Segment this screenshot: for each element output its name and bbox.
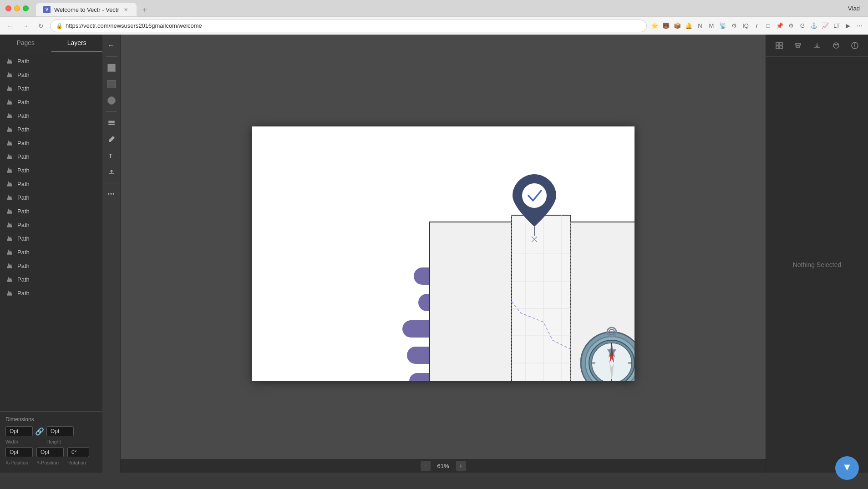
layer-item[interactable]: Path bbox=[0, 272, 102, 286]
layer-item[interactable]: Path bbox=[0, 95, 102, 109]
ext-icon-6[interactable]: 📡 bbox=[718, 21, 728, 31]
ext-icon-1[interactable]: 🐻 bbox=[661, 21, 671, 31]
minimize-button[interactable] bbox=[14, 5, 20, 11]
layer-item[interactable]: Path bbox=[0, 191, 102, 204]
ext-icon-17[interactable]: ▶ bbox=[843, 21, 853, 31]
layer-label: Path bbox=[17, 58, 30, 65]
square-color-swatch bbox=[107, 64, 116, 72]
ext-icon-10[interactable]: □ bbox=[763, 21, 773, 31]
ext-icon-16[interactable]: LT bbox=[832, 21, 842, 31]
x-position-input[interactable] bbox=[5, 447, 33, 457]
layer-list: Path Path Path Path bbox=[0, 52, 102, 411]
layer-item[interactable]: Path bbox=[0, 218, 102, 232]
tool-separator-2 bbox=[106, 111, 117, 112]
layer-item[interactable]: Path bbox=[0, 81, 102, 95]
lock-icon[interactable]: 🔗 bbox=[36, 428, 43, 434]
layer-item[interactable]: Path bbox=[0, 122, 102, 136]
layer-item[interactable]: Path bbox=[0, 136, 102, 150]
svg-point-51 bbox=[835, 44, 836, 45]
circle-swatch-tool[interactable] bbox=[104, 93, 119, 108]
layer-item[interactable]: Path bbox=[0, 68, 102, 81]
vectr-logo-button[interactable] bbox=[835, 456, 859, 480]
layer-path-icon bbox=[5, 289, 14, 297]
ext-icon-5[interactable]: M bbox=[706, 21, 716, 31]
canvas-area[interactable]: − 61% + bbox=[121, 35, 766, 473]
layer-item[interactable]: Path bbox=[0, 232, 102, 245]
square-color-swatch-2 bbox=[107, 80, 116, 88]
layer-item[interactable]: Path bbox=[0, 163, 102, 177]
layer-item[interactable]: Path bbox=[0, 177, 102, 191]
pages-tab[interactable]: Pages bbox=[0, 35, 51, 52]
back-button[interactable]: ← bbox=[104, 38, 119, 53]
bookmark-star-icon[interactable]: ⭐ bbox=[650, 21, 660, 31]
ext-icon-2[interactable]: 📦 bbox=[672, 21, 682, 31]
x-position-label: X-Position bbox=[5, 460, 33, 465]
layer-item[interactable]: Path bbox=[0, 204, 102, 218]
left-sidebar: Pages Layers Path Path bbox=[0, 35, 102, 473]
sidebar-tabs: Pages Layers bbox=[0, 35, 102, 52]
svg-point-55 bbox=[854, 44, 855, 44]
ext-icon-3[interactable]: 🔔 bbox=[684, 21, 694, 31]
svg-rect-1 bbox=[108, 122, 115, 123]
layer-path-icon bbox=[5, 125, 14, 133]
svg-point-50 bbox=[833, 43, 839, 48]
text-tool[interactable]: T bbox=[104, 148, 119, 163]
reload-button[interactable]: ↻ bbox=[35, 20, 47, 32]
width-input[interactable] bbox=[5, 426, 33, 436]
forward-nav-button[interactable]: → bbox=[19, 20, 32, 32]
layer-label: Path bbox=[17, 290, 30, 297]
layer-label: Path bbox=[17, 71, 30, 78]
ext-icon-13[interactable]: G bbox=[797, 21, 807, 31]
color-palette-icon[interactable] bbox=[829, 38, 843, 53]
layers-tab[interactable]: Layers bbox=[51, 35, 103, 52]
active-tab[interactable]: V Welcome to Vectr - Vectr ✕ bbox=[36, 3, 137, 16]
close-button[interactable] bbox=[5, 5, 11, 11]
rotation-input[interactable] bbox=[67, 447, 89, 457]
ext-icon-14[interactable]: ⚓ bbox=[809, 21, 819, 31]
layer-item[interactable]: Path bbox=[0, 109, 102, 122]
toolstrip: ← T ••• bbox=[102, 35, 121, 473]
layers-tool[interactable] bbox=[104, 116, 119, 130]
address-bar: ← → ↻ 🔒 https://vectr.com/newsusers2016g… bbox=[0, 16, 868, 35]
layer-label: Path bbox=[17, 167, 30, 174]
ext-icon-18[interactable]: ⋯ bbox=[854, 21, 864, 31]
back-nav-button[interactable]: ← bbox=[4, 20, 16, 32]
url-field[interactable]: 🔒 https://vectr.com/newsusers2016gmailco… bbox=[50, 20, 647, 32]
height-input[interactable] bbox=[46, 426, 74, 436]
layer-item[interactable]: Path bbox=[0, 286, 102, 300]
properties-icon[interactable] bbox=[772, 38, 787, 53]
svg-point-52 bbox=[837, 44, 838, 45]
layer-item[interactable]: Path bbox=[0, 259, 102, 272]
y-position-label: Y-Position bbox=[36, 460, 64, 465]
upload-tool[interactable] bbox=[104, 165, 119, 179]
layer-item[interactable]: Path bbox=[0, 150, 102, 163]
ext-icon-15[interactable]: 📈 bbox=[820, 21, 830, 31]
layer-path-icon bbox=[5, 180, 14, 188]
svg-rect-49 bbox=[796, 46, 800, 47]
width-height-row: 🔗 bbox=[5, 426, 97, 436]
map-illustration bbox=[252, 126, 635, 381]
ext-icon-11[interactable]: 📌 bbox=[775, 21, 785, 31]
zoom-in-button[interactable]: + bbox=[456, 461, 466, 471]
ext-icon-12[interactable]: ⚙ bbox=[786, 21, 796, 31]
align-icon[interactable] bbox=[791, 38, 805, 53]
layer-label: Path bbox=[17, 194, 30, 201]
layer-item[interactable]: Path bbox=[0, 245, 102, 259]
more-options-button[interactable]: ••• bbox=[104, 187, 119, 202]
info-icon[interactable] bbox=[848, 38, 862, 53]
maximize-button[interactable] bbox=[23, 5, 29, 11]
ext-icon-4[interactable]: N bbox=[695, 21, 705, 31]
svg-rect-44 bbox=[776, 42, 779, 45]
tab-close-button[interactable]: ✕ bbox=[123, 6, 129, 13]
new-tab-button[interactable]: + bbox=[138, 4, 151, 16]
square-swatch-tool[interactable] bbox=[104, 60, 119, 75]
ext-icon-7[interactable]: ⚙ bbox=[729, 21, 739, 31]
pencil-tool[interactable] bbox=[104, 132, 119, 146]
export-icon[interactable] bbox=[810, 38, 824, 53]
ext-icon-9[interactable]: r bbox=[752, 21, 762, 31]
ext-icon-8[interactable]: IQ bbox=[741, 21, 751, 31]
square-swatch-tool-2[interactable] bbox=[104, 77, 119, 91]
y-position-input[interactable] bbox=[36, 447, 64, 457]
layer-item[interactable]: Path bbox=[0, 54, 102, 68]
zoom-out-button[interactable]: − bbox=[421, 461, 431, 471]
